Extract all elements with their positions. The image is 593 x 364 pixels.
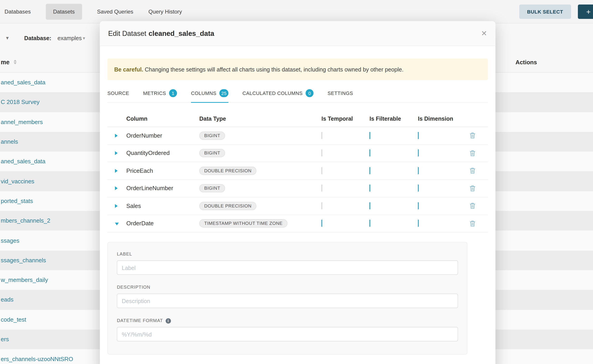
data-type-pill: DOUBLE PRECISION (199, 202, 256, 210)
bulk-select-button[interactable]: BULK SELECT (519, 5, 571, 19)
is-temporal-checkbox[interactable] (322, 184, 322, 192)
dataset-link[interactable]: annels (0, 138, 18, 145)
dataset-link[interactable]: ers (0, 336, 9, 343)
is-filterable-checkbox[interactable] (369, 132, 370, 139)
datetime-format-input[interactable] (117, 327, 458, 341)
data-type-pill: BIGINT (199, 131, 225, 140)
nav-tab[interactable]: Datasets (46, 4, 82, 20)
is-filterable-checkbox[interactable] (369, 167, 370, 174)
dataset-link[interactable]: ers_channels-uzooNNtSRO (0, 356, 73, 363)
label-input[interactable] (117, 260, 458, 275)
dataset-link[interactable]: ssages (0, 237, 20, 244)
delete-column-button[interactable] (470, 168, 475, 174)
column-row: PriceEach DOUBLE PRECISION (107, 162, 488, 180)
chevron-down-icon[interactable]: ▾ (83, 36, 85, 41)
expand-caret-icon[interactable] (115, 169, 118, 173)
expand-caret-icon[interactable] (115, 134, 118, 137)
is-dimension-checkbox[interactable] (418, 167, 419, 174)
is-temporal-checkbox[interactable] (322, 220, 322, 227)
dataset-link[interactable]: ported_stats (0, 198, 33, 204)
is-dimension-checkbox[interactable] (418, 220, 419, 227)
expand-caret-icon[interactable] (115, 204, 118, 208)
is-temporal-checkbox[interactable] (322, 149, 322, 156)
modal-tab-label: COLUMNS (191, 91, 216, 96)
nav-tab[interactable]: Saved Queries (97, 9, 133, 15)
modal-tab[interactable]: CALCULATED COLUMNS 0 (242, 85, 313, 103)
info-icon[interactable]: i (166, 318, 171, 323)
tab-count-badge: 25 (219, 89, 228, 97)
sort-icon[interactable] (13, 60, 16, 64)
delete-column-button[interactable] (470, 220, 475, 227)
data-type-pill: DOUBLE PRECISION (199, 167, 256, 175)
is-filterable-checkbox[interactable] (369, 184, 370, 192)
name-column-header[interactable]: me (1, 59, 9, 66)
datetime-format-field-label: DATETIME FORMAT i (117, 318, 458, 324)
dataset-link[interactable]: w_members_daily (0, 277, 48, 284)
close-icon[interactable]: ✕ (481, 30, 487, 37)
modal-body: Be careful.Changing these settings will … (100, 59, 495, 355)
tab-count-badge: 1 (169, 89, 177, 97)
delete-column-button[interactable] (470, 132, 475, 139)
dataset-link[interactable]: vid_vaccines (0, 178, 34, 185)
dataset-link[interactable]: ssages_channels (0, 257, 46, 264)
delete-column-button[interactable] (470, 185, 475, 191)
modal-tab[interactable]: COLUMNS 25 (191, 85, 228, 103)
expand-caret-icon[interactable] (115, 151, 118, 155)
modal-tab[interactable]: SETTINGS (328, 85, 353, 103)
nav-tab[interactable]: Databases (5, 9, 31, 15)
dataset-link[interactable]: C 2018 Survey (0, 99, 40, 105)
nav-tab[interactable]: Query History (148, 9, 182, 15)
is-filterable-checkbox[interactable] (369, 149, 370, 156)
chevron-down-icon[interactable]: ▾ (6, 35, 9, 41)
description-field-label: DESCRIPTION (117, 285, 458, 290)
column-row: OrderLineNumber BIGINT (107, 180, 488, 197)
column-name: QuantityOrdered (126, 150, 199, 156)
is-temporal-checkbox[interactable] (322, 132, 322, 139)
is-temporal-checkbox[interactable] (322, 167, 322, 174)
dataset-link[interactable]: aned_sales_data (0, 79, 45, 86)
add-dataset-button[interactable]: + (578, 5, 593, 19)
delete-column-button[interactable] (470, 150, 475, 156)
column-name: OrderNumber (126, 132, 199, 139)
header-is-dimension: Is Dimension (418, 115, 469, 122)
is-dimension-checkbox[interactable] (418, 184, 419, 192)
modal-tab-label: CALCULATED COLUMNS (242, 91, 303, 96)
is-filterable-checkbox[interactable] (369, 202, 370, 209)
modal-title-prefix: Edit Dataset (108, 29, 146, 37)
is-dimension-checkbox[interactable] (418, 149, 419, 156)
data-type-pill: TIMESTAMP WITHOUT TIME ZONE (199, 220, 288, 228)
is-dimension-checkbox[interactable] (418, 202, 419, 209)
database-filter-value[interactable]: examples (58, 35, 82, 41)
modal-tabs: SOURCE METRICS 1 COLUMNS 25 CALCULATED C… (107, 85, 488, 103)
expand-caret-icon[interactable] (115, 187, 118, 190)
nav-tabs: DatabasesDatasetsSaved QueriesQuery Hist… (5, 4, 182, 20)
is-dimension-checkbox[interactable] (418, 132, 419, 139)
trash-icon (470, 203, 475, 209)
warning-banner-bold: Be careful. (114, 66, 143, 72)
is-temporal-checkbox[interactable] (322, 202, 322, 209)
page: DatabasesDatasetsSaved QueriesQuery Hist… (0, 0, 593, 364)
dataset-link[interactable]: annel_members (0, 119, 43, 125)
delete-column-button[interactable] (470, 203, 475, 209)
dataset-link[interactable]: eads (0, 297, 13, 303)
expand-caret-icon[interactable] (115, 223, 119, 226)
dataset-link[interactable]: mbers_channels_2 (0, 217, 50, 224)
column-name: PriceEach (126, 167, 199, 174)
is-filterable-checkbox[interactable] (369, 220, 370, 227)
column-row: QuantityOrdered BIGINT (107, 144, 488, 162)
column-row: OrderDate TIMESTAMP WITHOUT TIME ZONE (107, 215, 488, 233)
header-is-filterable: Is Filterable (369, 115, 418, 122)
description-input[interactable] (117, 294, 458, 308)
header-is-temporal: Is Temporal (322, 115, 370, 122)
edit-dataset-modal: Edit Datasetcleaned_sales_data ✕ Be care… (100, 21, 495, 364)
modal-tab[interactable]: SOURCE (107, 85, 129, 103)
trash-icon (470, 132, 475, 139)
dataset-link[interactable]: aned_sales_data (0, 158, 45, 165)
data-type-pill: BIGINT (199, 184, 225, 193)
modal-tab[interactable]: METRICS 1 (143, 85, 177, 103)
tab-count-badge: 0 (305, 89, 313, 97)
label-field-label: LABEL (117, 252, 458, 257)
dataset-link[interactable]: code_test (0, 316, 26, 323)
modal-tab-label: METRICS (143, 91, 166, 96)
datetime-format-field: DATETIME FORMAT i (117, 318, 458, 341)
